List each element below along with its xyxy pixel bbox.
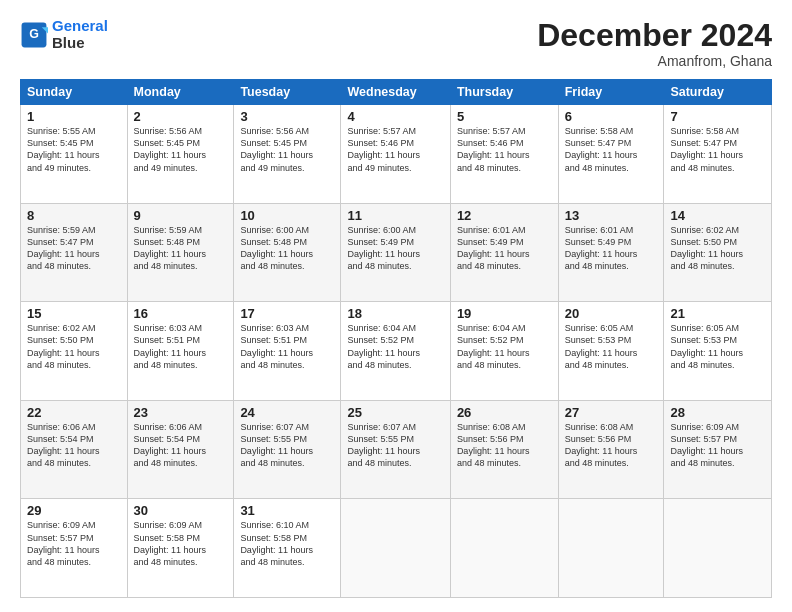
day-number: 10 — [240, 208, 334, 223]
cell-content: Sunrise: 5:58 AMSunset: 5:47 PMDaylight:… — [670, 125, 765, 174]
calendar-cell: 1Sunrise: 5:55 AMSunset: 5:45 PMDaylight… — [21, 105, 128, 204]
table-row: 29Sunrise: 6:09 AMSunset: 5:57 PMDayligh… — [21, 499, 772, 598]
table-row: 1Sunrise: 5:55 AMSunset: 5:45 PMDaylight… — [21, 105, 772, 204]
col-thursday: Thursday — [450, 80, 558, 105]
day-number: 22 — [27, 405, 121, 420]
day-number: 1 — [27, 109, 121, 124]
cell-content: Sunrise: 6:09 AMSunset: 5:57 PMDaylight:… — [27, 519, 121, 568]
calendar-cell: 13Sunrise: 6:01 AMSunset: 5:49 PMDayligh… — [558, 203, 664, 302]
calendar-cell: 23Sunrise: 6:06 AMSunset: 5:54 PMDayligh… — [127, 400, 234, 499]
logo: G General Blue — [20, 18, 108, 51]
cell-content: Sunrise: 5:57 AMSunset: 5:46 PMDaylight:… — [347, 125, 443, 174]
table-row: 15Sunrise: 6:02 AMSunset: 5:50 PMDayligh… — [21, 302, 772, 401]
day-number: 2 — [134, 109, 228, 124]
cell-content: Sunrise: 6:05 AMSunset: 5:53 PMDaylight:… — [670, 322, 765, 371]
calendar-cell: 30Sunrise: 6:09 AMSunset: 5:58 PMDayligh… — [127, 499, 234, 598]
day-number: 21 — [670, 306, 765, 321]
calendar-cell: 15Sunrise: 6:02 AMSunset: 5:50 PMDayligh… — [21, 302, 128, 401]
day-number: 25 — [347, 405, 443, 420]
cell-content: Sunrise: 6:00 AMSunset: 5:48 PMDaylight:… — [240, 224, 334, 273]
header: G General Blue December 2024 Amanfrom, G… — [20, 18, 772, 69]
day-number: 11 — [347, 208, 443, 223]
col-saturday: Saturday — [664, 80, 772, 105]
cell-content: Sunrise: 6:09 AMSunset: 5:58 PMDaylight:… — [134, 519, 228, 568]
day-number: 12 — [457, 208, 552, 223]
day-number: 31 — [240, 503, 334, 518]
calendar-cell: 9Sunrise: 5:59 AMSunset: 5:48 PMDaylight… — [127, 203, 234, 302]
day-number: 18 — [347, 306, 443, 321]
cell-content: Sunrise: 6:04 AMSunset: 5:52 PMDaylight:… — [457, 322, 552, 371]
calendar-cell: 31Sunrise: 6:10 AMSunset: 5:58 PMDayligh… — [234, 499, 341, 598]
day-number: 30 — [134, 503, 228, 518]
calendar-cell: 5Sunrise: 5:57 AMSunset: 5:46 PMDaylight… — [450, 105, 558, 204]
day-number: 23 — [134, 405, 228, 420]
calendar-cell: 26Sunrise: 6:08 AMSunset: 5:56 PMDayligh… — [450, 400, 558, 499]
day-number: 17 — [240, 306, 334, 321]
day-number: 24 — [240, 405, 334, 420]
calendar-cell: 11Sunrise: 6:00 AMSunset: 5:49 PMDayligh… — [341, 203, 450, 302]
calendar-cell: 17Sunrise: 6:03 AMSunset: 5:51 PMDayligh… — [234, 302, 341, 401]
col-wednesday: Wednesday — [341, 80, 450, 105]
day-number: 16 — [134, 306, 228, 321]
col-sunday: Sunday — [21, 80, 128, 105]
cell-content: Sunrise: 5:57 AMSunset: 5:46 PMDaylight:… — [457, 125, 552, 174]
day-number: 4 — [347, 109, 443, 124]
cell-content: Sunrise: 5:59 AMSunset: 5:47 PMDaylight:… — [27, 224, 121, 273]
cell-content: Sunrise: 6:03 AMSunset: 5:51 PMDaylight:… — [240, 322, 334, 371]
calendar-cell: 14Sunrise: 6:02 AMSunset: 5:50 PMDayligh… — [664, 203, 772, 302]
col-monday: Monday — [127, 80, 234, 105]
day-number: 13 — [565, 208, 658, 223]
cell-content: Sunrise: 5:55 AMSunset: 5:45 PMDaylight:… — [27, 125, 121, 174]
calendar-cell: 8Sunrise: 5:59 AMSunset: 5:47 PMDaylight… — [21, 203, 128, 302]
calendar-cell: 2Sunrise: 5:56 AMSunset: 5:45 PMDaylight… — [127, 105, 234, 204]
day-number: 15 — [27, 306, 121, 321]
cell-content: Sunrise: 6:07 AMSunset: 5:55 PMDaylight:… — [240, 421, 334, 470]
calendar-cell: 18Sunrise: 6:04 AMSunset: 5:52 PMDayligh… — [341, 302, 450, 401]
calendar-cell: 3Sunrise: 5:56 AMSunset: 5:45 PMDaylight… — [234, 105, 341, 204]
calendar-cell: 19Sunrise: 6:04 AMSunset: 5:52 PMDayligh… — [450, 302, 558, 401]
cell-content: Sunrise: 6:07 AMSunset: 5:55 PMDaylight:… — [347, 421, 443, 470]
day-number: 28 — [670, 405, 765, 420]
calendar-cell: 29Sunrise: 6:09 AMSunset: 5:57 PMDayligh… — [21, 499, 128, 598]
day-number: 3 — [240, 109, 334, 124]
calendar-cell: 22Sunrise: 6:06 AMSunset: 5:54 PMDayligh… — [21, 400, 128, 499]
cell-content: Sunrise: 6:06 AMSunset: 5:54 PMDaylight:… — [134, 421, 228, 470]
location: Amanfrom, Ghana — [537, 53, 772, 69]
day-number: 6 — [565, 109, 658, 124]
cell-content: Sunrise: 6:08 AMSunset: 5:56 PMDaylight:… — [457, 421, 552, 470]
day-number: 27 — [565, 405, 658, 420]
calendar-cell: 28Sunrise: 6:09 AMSunset: 5:57 PMDayligh… — [664, 400, 772, 499]
calendar-cell — [341, 499, 450, 598]
day-number: 7 — [670, 109, 765, 124]
day-number: 29 — [27, 503, 121, 518]
cell-content: Sunrise: 5:58 AMSunset: 5:47 PMDaylight:… — [565, 125, 658, 174]
calendar-cell: 25Sunrise: 6:07 AMSunset: 5:55 PMDayligh… — [341, 400, 450, 499]
calendar-cell — [664, 499, 772, 598]
cell-content: Sunrise: 6:10 AMSunset: 5:58 PMDaylight:… — [240, 519, 334, 568]
calendar-cell — [450, 499, 558, 598]
calendar-cell: 10Sunrise: 6:00 AMSunset: 5:48 PMDayligh… — [234, 203, 341, 302]
cell-content: Sunrise: 6:03 AMSunset: 5:51 PMDaylight:… — [134, 322, 228, 371]
calendar-cell: 12Sunrise: 6:01 AMSunset: 5:49 PMDayligh… — [450, 203, 558, 302]
calendar-table: Sunday Monday Tuesday Wednesday Thursday… — [20, 79, 772, 598]
day-number: 9 — [134, 208, 228, 223]
logo-icon: G — [20, 21, 48, 49]
cell-content: Sunrise: 6:08 AMSunset: 5:56 PMDaylight:… — [565, 421, 658, 470]
calendar-cell: 20Sunrise: 6:05 AMSunset: 5:53 PMDayligh… — [558, 302, 664, 401]
day-number: 26 — [457, 405, 552, 420]
cell-content: Sunrise: 6:09 AMSunset: 5:57 PMDaylight:… — [670, 421, 765, 470]
table-row: 8Sunrise: 5:59 AMSunset: 5:47 PMDaylight… — [21, 203, 772, 302]
cell-content: Sunrise: 6:02 AMSunset: 5:50 PMDaylight:… — [27, 322, 121, 371]
day-number: 14 — [670, 208, 765, 223]
cell-content: Sunrise: 6:04 AMSunset: 5:52 PMDaylight:… — [347, 322, 443, 371]
svg-text:G: G — [29, 27, 39, 41]
calendar-cell: 6Sunrise: 5:58 AMSunset: 5:47 PMDaylight… — [558, 105, 664, 204]
cell-content: Sunrise: 5:56 AMSunset: 5:45 PMDaylight:… — [134, 125, 228, 174]
day-number: 20 — [565, 306, 658, 321]
calendar-cell: 16Sunrise: 6:03 AMSunset: 5:51 PMDayligh… — [127, 302, 234, 401]
cell-content: Sunrise: 6:01 AMSunset: 5:49 PMDaylight:… — [457, 224, 552, 273]
month-year: December 2024 — [537, 18, 772, 53]
calendar-cell: 4Sunrise: 5:57 AMSunset: 5:46 PMDaylight… — [341, 105, 450, 204]
day-number: 5 — [457, 109, 552, 124]
cell-content: Sunrise: 6:06 AMSunset: 5:54 PMDaylight:… — [27, 421, 121, 470]
